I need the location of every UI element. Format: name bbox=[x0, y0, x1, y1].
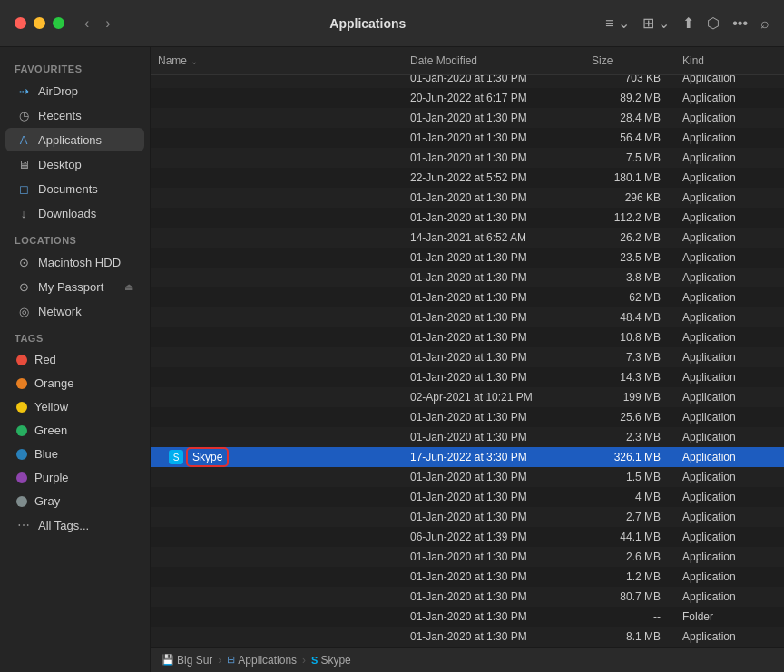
sidebar-item-downloads[interactable]: ↓ Downloads bbox=[5, 201, 144, 225]
file-date: 01-Jan-2020 at 1:30 PM bbox=[403, 428, 584, 446]
table-row[interactable]: 20-Jun-2022 at 6:17 PM89.2 MBApplication bbox=[151, 88, 784, 108]
minimize-button[interactable] bbox=[34, 17, 45, 29]
tags-header: Tags bbox=[0, 324, 150, 347]
selected-file-name: Skype bbox=[189, 450, 226, 464]
table-row[interactable]: 01-Jan-2020 at 1:30 PM1.5 MBApplication bbox=[151, 467, 784, 487]
table-row[interactable]: 01-Jan-2020 at 1:30 PM10.8 MBApplication bbox=[151, 327, 784, 347]
locations-header: Locations bbox=[0, 226, 150, 249]
forward-button[interactable]: › bbox=[100, 14, 115, 34]
table-row[interactable]: 01-Jan-2020 at 1:30 PM14.3 MBApplication bbox=[151, 367, 784, 387]
table-row[interactable]: 01-Jan-2020 at 1:30 PM2.3 MBApplication bbox=[151, 427, 784, 447]
file-kind: Application bbox=[675, 109, 784, 127]
file-name-cell bbox=[151, 355, 403, 360]
sidebar-item-tag-yellow[interactable]: Yellow bbox=[5, 395, 144, 418]
file-size: 199 MB bbox=[584, 388, 675, 406]
favourites-header: Favourites bbox=[0, 54, 150, 78]
file-kind: Application bbox=[675, 628, 784, 646]
sidebar-item-tag-blue[interactable]: Blue bbox=[5, 443, 144, 465]
tag-label: Gray bbox=[34, 494, 60, 508]
table-row[interactable]: 01-Jan-2020 at 1:30 PM--Folder bbox=[151, 607, 784, 627]
sidebar-item-tag-red[interactable]: Red bbox=[5, 348, 144, 371]
table-row[interactable]: 14-Jan-2021 at 6:52 AM26.2 MBApplication bbox=[151, 228, 784, 248]
file-date: 01-Jan-2020 at 1:30 PM bbox=[403, 189, 584, 207]
col-date[interactable]: Date Modified bbox=[403, 53, 584, 69]
tag-label: Green bbox=[34, 424, 67, 437]
file-name-cell bbox=[151, 235, 403, 240]
sidebar-item-documents[interactable]: ◻ Documents bbox=[5, 177, 144, 200]
share-icon[interactable]: ⬆ bbox=[682, 15, 694, 32]
eject-icon[interactable]: ⏏ bbox=[124, 281, 133, 293]
sidebar-item-desktop[interactable]: 🖥 Desktop bbox=[5, 152, 144, 176]
table-row[interactable]: 01-Jan-2020 at 1:30 PM1.2 MBApplication bbox=[151, 567, 784, 587]
sidebar-item-all-tags[interactable]: ⋯ All Tags... bbox=[5, 513, 144, 537]
table-row[interactable]: 01-Jan-2020 at 1:30 PM7.5 MBApplication bbox=[151, 148, 784, 168]
tag-icon[interactable]: ⬡ bbox=[707, 15, 720, 32]
table-row[interactable]: 01-Jan-2020 at 1:30 PM56.4 MBApplication bbox=[151, 128, 784, 148]
file-date: 01-Jan-2020 at 1:30 PM bbox=[403, 209, 584, 227]
sidebar-item-tag-purple[interactable]: Purple bbox=[5, 466, 144, 489]
table-row[interactable]: 06-Jun-2022 at 1:39 PM44.1 MBApplication bbox=[151, 527, 784, 547]
more-icon[interactable]: ••• bbox=[732, 15, 748, 32]
table-row[interactable]: 01-Jan-2020 at 1:30 PM8.1 MBApplication bbox=[151, 627, 784, 647]
sidebar-item-airdrop[interactable]: ⇢ AirDrop bbox=[5, 79, 144, 102]
file-name-cell bbox=[151, 295, 403, 300]
sidebar-item-label: My Passport bbox=[38, 280, 103, 294]
table-row[interactable]: 02-Apr-2021 at 10:21 PM199 MBApplication bbox=[151, 387, 784, 407]
all-tags-icon: ⋯ bbox=[16, 518, 31, 532]
file-kind: Application bbox=[675, 548, 784, 566]
table-row[interactable]: 01-Jan-2020 at 1:30 PM28.4 MBApplication bbox=[151, 108, 784, 128]
file-kind: Application bbox=[675, 268, 784, 287]
sidebar-item-tag-gray[interactable]: Gray bbox=[5, 490, 144, 512]
table-row[interactable]: 01-Jan-2020 at 1:30 PM2.6 MBApplication bbox=[151, 547, 784, 567]
table-row[interactable]: 01-Jan-2020 at 1:30 PM62 MBApplication bbox=[151, 287, 784, 307]
table-row[interactable]: 01-Jan-2020 at 1:30 PM23.5 MBApplication bbox=[151, 248, 784, 268]
file-name-cell bbox=[151, 95, 403, 101]
table-row[interactable]: 01-Jan-2020 at 1:30 PM80.7 MBApplication bbox=[151, 587, 784, 607]
sidebar-item-recents[interactable]: ◷ Recents bbox=[5, 103, 144, 127]
sidebar-item-applications[interactable]: A Applications bbox=[5, 128, 144, 151]
file-date: 01-Jan-2020 at 1:30 PM bbox=[403, 488, 584, 506]
file-name-cell bbox=[151, 634, 403, 639]
file-size: 2.6 MB bbox=[584, 548, 675, 566]
sidebar-item-macintosh-hdd[interactable]: ⊙ Macintosh HDD bbox=[5, 250, 144, 274]
maximize-button[interactable] bbox=[53, 17, 64, 29]
file-date: 01-Jan-2020 at 1:30 PM bbox=[403, 129, 584, 147]
close-button[interactable] bbox=[15, 17, 26, 29]
col-name[interactable]: Name ⌄ bbox=[151, 53, 403, 69]
file-size: 48.4 MB bbox=[584, 308, 675, 326]
table-row[interactable]: 01-Jan-2020 at 1:30 PM4 MBApplication bbox=[151, 487, 784, 507]
file-kind: Application bbox=[675, 508, 784, 526]
table-row[interactable]: 01-Jan-2020 at 1:30 PM3.8 MBApplication bbox=[151, 268, 784, 287]
file-name-cell bbox=[151, 414, 403, 420]
col-kind[interactable]: Kind bbox=[675, 53, 784, 69]
file-kind: Application bbox=[675, 528, 784, 546]
sidebar-item-tag-orange[interactable]: Orange bbox=[5, 372, 144, 394]
table-row[interactable]: 01-Jan-2020 at 1:30 PM2.7 MBApplication bbox=[151, 507, 784, 527]
back-button[interactable]: ‹ bbox=[79, 14, 94, 34]
passport-icon: ⊙ bbox=[16, 279, 31, 294]
table-row[interactable]: 01-Jan-2020 at 1:30 PM48.4 MBApplication bbox=[151, 307, 784, 327]
sidebar-item-my-passport[interactable]: ⊙ My Passport ⏏ bbox=[5, 275, 144, 298]
table-row[interactable]: 01-Jan-2020 at 1:30 PM296 KBApplication bbox=[151, 188, 784, 208]
grid-view-icon[interactable]: ⊞ ⌄ bbox=[642, 15, 670, 32]
file-size: 3.8 MB bbox=[584, 268, 675, 287]
tag-orange-dot bbox=[16, 378, 27, 389]
table-row[interactable]: 01-Jan-2020 at 1:30 PM7.3 MBApplication bbox=[151, 347, 784, 367]
documents-icon: ◻ bbox=[16, 181, 31, 196]
tag-label: Yellow bbox=[34, 400, 68, 414]
statusbar-path-skype: S Skype bbox=[311, 654, 351, 667]
sidebar-item-tag-green[interactable]: Green bbox=[5, 419, 144, 442]
skype-file-icon: S bbox=[169, 450, 183, 464]
table-row[interactable]: 01-Jan-2020 at 1:30 PM25.6 MBApplication bbox=[151, 407, 784, 427]
table-row[interactable]: 22-Jun-2022 at 5:52 PM180.1 MBApplicatio… bbox=[151, 168, 784, 188]
file-date: 01-Jan-2020 at 1:30 PM bbox=[403, 109, 584, 127]
col-size[interactable]: Size bbox=[584, 53, 675, 69]
file-date: 01-Jan-2020 at 1:30 PM bbox=[403, 268, 584, 287]
list-view-icon[interactable]: ≡ ⌄ bbox=[605, 15, 630, 32]
sidebar-item-network[interactable]: ◎ Network bbox=[5, 299, 144, 323]
table-row[interactable]: SSkype17-Jun-2022 at 3:30 PM326.1 MBAppl… bbox=[151, 447, 784, 467]
table-row[interactable]: 01-Jan-2020 at 1:30 PM703 KBApplication bbox=[151, 75, 784, 88]
table-row[interactable]: 01-Jan-2020 at 1:30 PM112.2 MBApplicatio… bbox=[151, 208, 784, 228]
file-size: 180.1 MB bbox=[584, 169, 675, 187]
search-icon[interactable]: ⌕ bbox=[760, 15, 769, 32]
